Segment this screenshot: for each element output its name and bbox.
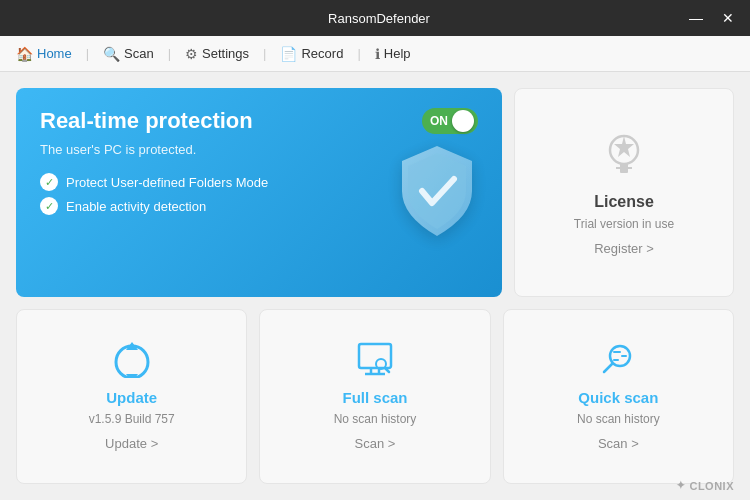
refresh-icon bbox=[112, 342, 152, 378]
menu-label-settings: Settings bbox=[202, 46, 249, 61]
close-button[interactable]: ✕ bbox=[718, 10, 738, 26]
titlebar: RansomDefender — ✕ bbox=[0, 0, 750, 36]
quick-scan-icon bbox=[598, 342, 638, 383]
separator-2: | bbox=[166, 46, 173, 61]
svg-line-13 bbox=[604, 364, 612, 372]
quick-scan-card: Quick scan No scan history Scan > bbox=[503, 309, 734, 484]
footer: ✦ CLONIX bbox=[676, 479, 734, 492]
full-scan-card: Full scan No scan history Scan > bbox=[259, 309, 490, 484]
settings-icon: ⚙ bbox=[185, 46, 198, 62]
separator-1: | bbox=[84, 46, 91, 61]
protection-header: Real-time protection ON bbox=[40, 108, 478, 134]
feature-label-2: Enable activity detection bbox=[66, 199, 206, 214]
shield-container bbox=[392, 141, 482, 245]
check-icon-1: ✓ bbox=[40, 173, 58, 191]
update-version: v1.5.9 Build 757 bbox=[89, 412, 175, 426]
menu-label-scan: Scan bbox=[124, 46, 154, 61]
toggle-ball bbox=[452, 110, 474, 132]
separator-3: | bbox=[261, 46, 268, 61]
menu-label-help: Help bbox=[384, 46, 411, 61]
menu-item-settings[interactable]: ⚙ Settings bbox=[177, 42, 257, 66]
license-badge-icon bbox=[600, 130, 648, 187]
help-icon: ℹ bbox=[375, 46, 380, 62]
toggle-label: ON bbox=[430, 114, 448, 128]
feature-label-1: Protect User-defined Folders Mode bbox=[66, 175, 268, 190]
license-card: License Trial version in use Register > bbox=[514, 88, 734, 297]
protection-title: Real-time protection bbox=[40, 108, 253, 134]
monitor-scan-icon bbox=[355, 342, 395, 378]
menu-label-record: Record bbox=[301, 46, 343, 61]
clonix-logo-icon: ✦ bbox=[676, 479, 686, 492]
record-icon: 📄 bbox=[280, 46, 297, 62]
quick-scan-link[interactable]: Scan > bbox=[598, 436, 639, 451]
clonix-brand: CLONIX bbox=[689, 480, 734, 492]
separator-4: | bbox=[355, 46, 362, 61]
home-icon: 🏠 bbox=[16, 46, 33, 62]
shield-icon bbox=[392, 141, 482, 241]
scan-icon: 🔍 bbox=[103, 46, 120, 62]
update-card: Update v1.5.9 Build 757 Update > bbox=[16, 309, 247, 484]
update-icon bbox=[112, 342, 152, 383]
menu-item-record[interactable]: 📄 Record bbox=[272, 42, 351, 66]
update-title: Update bbox=[106, 389, 157, 406]
menu-item-scan[interactable]: 🔍 Scan bbox=[95, 42, 162, 66]
update-link[interactable]: Update > bbox=[105, 436, 158, 451]
quick-search-icon bbox=[598, 342, 638, 378]
main-content: Real-time protection ON The user's PC is… bbox=[0, 72, 750, 500]
license-icon bbox=[600, 130, 648, 178]
protection-toggle[interactable]: ON bbox=[422, 108, 478, 134]
quick-scan-title: Quick scan bbox=[578, 389, 658, 406]
full-scan-icon bbox=[355, 342, 395, 383]
top-row: Real-time protection ON The user's PC is… bbox=[16, 88, 734, 297]
menu-label-home: Home bbox=[37, 46, 72, 61]
minimize-button[interactable]: — bbox=[686, 10, 706, 26]
full-scan-subtitle: No scan history bbox=[334, 412, 417, 426]
license-subtitle: Trial version in use bbox=[574, 217, 674, 231]
menubar: 🏠 Home | 🔍 Scan | ⚙ Settings | 📄 Record … bbox=[0, 36, 750, 72]
app-title: RansomDefender bbox=[72, 11, 686, 26]
menu-item-home[interactable]: 🏠 Home bbox=[8, 42, 80, 66]
menu-item-help[interactable]: ℹ Help bbox=[367, 42, 419, 66]
protection-card: Real-time protection ON The user's PC is… bbox=[16, 88, 502, 297]
bottom-row: Update v1.5.9 Build 757 Update > Full sc… bbox=[16, 309, 734, 484]
full-scan-link[interactable]: Scan > bbox=[355, 436, 396, 451]
license-title: License bbox=[594, 193, 654, 211]
quick-scan-subtitle: No scan history bbox=[577, 412, 660, 426]
check-icon-2: ✓ bbox=[40, 197, 58, 215]
window-controls: — ✕ bbox=[686, 10, 738, 26]
register-link[interactable]: Register > bbox=[594, 241, 654, 256]
full-scan-title: Full scan bbox=[342, 389, 407, 406]
